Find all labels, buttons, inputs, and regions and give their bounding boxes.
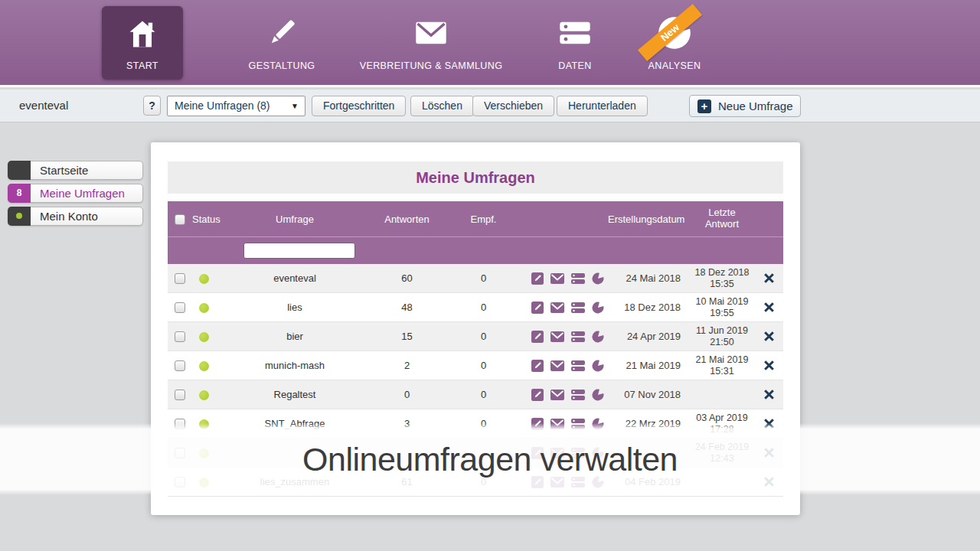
delete-icon[interactable] (763, 360, 783, 371)
loeschen-button[interactable]: Löschen (410, 96, 474, 116)
pie-chart-icon[interactable] (592, 389, 604, 401)
umfrage-filter-input[interactable] (243, 243, 355, 259)
nav-item-start[interactable]: START (102, 6, 183, 80)
col-erstellungsdatum: Erstellungsdatum (608, 214, 681, 225)
nav-item-gestaltung[interactable]: GESTALTUNG (220, 6, 343, 80)
fortgeschritten-button[interactable]: Fortgeschritten (312, 96, 406, 116)
envelope-icon[interactable] (550, 273, 564, 284)
nav-item-analysen[interactable]: New ANALYSEN (613, 6, 736, 80)
data-rows-icon[interactable] (571, 390, 585, 400)
table-row: munich-mash 2 0 21 Mai 2019 21 Mai 20191… (168, 351, 783, 380)
edit-icon[interactable] (531, 360, 544, 372)
envelope-icon[interactable] (550, 360, 564, 371)
pie-chart-icon[interactable] (592, 302, 604, 314)
empf-count: 0 (439, 302, 528, 313)
col-status: Status (192, 214, 215, 225)
col-empf: Empf. (439, 214, 528, 225)
erstellungsdatum: 24 Mai 2018 (608, 272, 681, 284)
table-header-row: Status Umfrage Antworten Empf. Erstellun… (168, 201, 783, 236)
help-button[interactable]: ? (143, 96, 161, 116)
pencil-icon (264, 15, 299, 51)
row-checkbox[interactable] (175, 273, 185, 284)
pie-chart-icon[interactable] (592, 331, 604, 343)
sidebar-item-meine-umfragen[interactable]: 8 Meine Umfragen (8, 184, 143, 203)
edit-icon[interactable] (531, 331, 544, 343)
neue-umfrage-button[interactable]: + Neue Umfrage (689, 95, 801, 117)
delete-icon[interactable] (763, 302, 783, 313)
pie-chart-icon[interactable] (592, 272, 604, 285)
col-letzte-antwort: Letzte Antwort (681, 207, 763, 230)
letzte-antwort: 18 Dez 201815:35 (681, 267, 763, 290)
delete-icon[interactable] (763, 389, 783, 400)
survey-filter-selected-value: Meine Umfragen (8) (175, 99, 270, 112)
status-dot (199, 332, 209, 342)
pie-chart-icon: New (657, 15, 692, 51)
nav-item-verbreitung[interactable]: VERBREITUNG & SAMMLUNG (337, 6, 525, 80)
delete-icon[interactable] (763, 272, 783, 284)
envelope-icon[interactable] (550, 331, 564, 342)
data-rows-icon[interactable] (571, 360, 585, 371)
antworten-count: 2 (374, 360, 439, 371)
startseite-label: Startseite (31, 164, 88, 177)
konto-status-icon (8, 207, 31, 226)
pie-chart-icon[interactable] (592, 360, 604, 372)
antworten-count: 60 (374, 272, 439, 284)
table-filter-row (168, 236, 783, 264)
data-rows-icon (557, 15, 593, 51)
nav-label-analysen: ANALYSEN (613, 60, 736, 71)
survey-name[interactable]: eventeval (215, 272, 374, 284)
antworten-count: 48 (374, 302, 439, 313)
data-rows-icon[interactable] (571, 331, 585, 342)
edit-icon[interactable] (531, 389, 544, 401)
erstellungsdatum: 18 Dez 2018 (608, 302, 681, 313)
erstellungsdatum: 21 Mai 2019 (608, 360, 681, 371)
col-umfrage: Umfrage (215, 214, 374, 225)
chevron-down-icon: ▼ (291, 96, 299, 116)
letzte-antwort (681, 389, 763, 400)
table-row: lies 48 0 18 Dez 2018 10 Mai 201919:55 (168, 293, 783, 322)
nav-label-verbreitung: VERBREITUNG & SAMMLUNG (337, 60, 525, 71)
startseite-key (8, 161, 31, 180)
toolbar: eventeval ? Meine Umfragen (8) ▼ Fortges… (0, 90, 980, 122)
select-all-checkbox[interactable] (175, 214, 185, 225)
sidebar-item-startseite[interactable]: Startseite (8, 161, 143, 180)
empf-count: 0 (439, 389, 528, 400)
nav-label-gestaltung: GESTALTUNG (220, 60, 343, 71)
verschieben-button[interactable]: Verschieben (472, 96, 554, 116)
survey-name[interactable]: munich-mash (215, 360, 374, 371)
letzte-antwort: 10 Mai 201919:55 (681, 296, 763, 319)
antworten-count: 0 (374, 389, 439, 400)
erstellungsdatum: 24 Apr 2019 (608, 331, 681, 342)
envelope-icon[interactable] (550, 302, 564, 313)
edit-icon[interactable] (531, 302, 544, 314)
table-row: bier 15 0 24 Apr 2019 11 Jun 201921:50 (168, 322, 783, 351)
row-checkbox[interactable] (175, 302, 185, 313)
empf-count: 0 (439, 360, 528, 371)
row-checkbox[interactable] (175, 331, 185, 342)
data-rows-icon[interactable] (571, 302, 585, 313)
envelope-icon[interactable] (550, 390, 564, 400)
survey-name[interactable]: lies (215, 302, 374, 313)
empf-count: 0 (439, 331, 528, 342)
sidebar-item-mein-konto[interactable]: Mein Konto (8, 207, 143, 226)
erstellungsdatum: 07 Nov 2018 (608, 389, 681, 400)
nav-label-start: START (102, 60, 183, 71)
row-checkbox[interactable] (175, 360, 185, 371)
survey-filter-select[interactable]: Meine Umfragen (8) ▼ (167, 96, 305, 116)
caption-text: Onlineumfragen verwalten (302, 441, 678, 478)
data-rows-icon[interactable] (571, 273, 585, 284)
status-dot (199, 361, 209, 371)
empf-count: 0 (439, 272, 528, 284)
meine-umfragen-label: Meine Umfragen (31, 187, 125, 200)
table-row: eventeval 60 0 24 Mai 2018 18 Dez 201815… (168, 264, 783, 293)
edit-icon[interactable] (531, 272, 544, 285)
delete-icon[interactable] (763, 331, 783, 342)
survey-name[interactable]: bier (215, 331, 374, 342)
table-row: Regaltest 0 0 07 Nov 2018 (168, 380, 783, 409)
plus-icon: + (697, 99, 711, 113)
row-checkbox[interactable] (175, 390, 185, 400)
herunterladen-button[interactable]: Herunterladen (557, 96, 648, 116)
page-title: Meine Umfragen (168, 161, 783, 194)
status-dot (199, 390, 209, 400)
survey-name[interactable]: Regaltest (215, 389, 374, 400)
